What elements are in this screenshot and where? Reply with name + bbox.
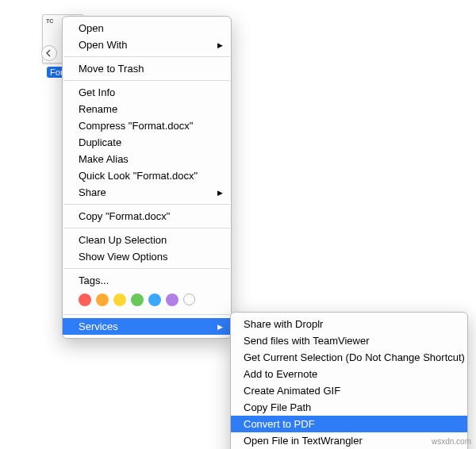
menu-clean-up[interactable]: Clean Up Selection	[63, 232, 231, 248]
menu-quick-look[interactable]: Quick Look "Format.docx"	[63, 167, 231, 184]
services-item[interactable]: Copy File Path	[231, 399, 467, 416]
desktop: TC Forma Open Open With Move to Trash Ge…	[0, 0, 476, 449]
services-item[interactable]: Send files with TeamViewer	[231, 332, 467, 349]
file-type-badge: TC	[46, 18, 53, 24]
services-item[interactable]: Get Current Selection (Do Not Change Sho…	[231, 349, 467, 366]
tags-color-row	[63, 289, 231, 311]
tag-dot[interactable]	[131, 294, 144, 306]
menu-separator	[63, 268, 230, 269]
menu-services[interactable]: Services	[63, 318, 231, 335]
menu-show-view-options[interactable]: Show View Options	[63, 248, 231, 265]
menu-separator	[63, 80, 230, 81]
tag-dot[interactable]	[79, 294, 91, 306]
menu-open-with[interactable]: Open With	[63, 36, 231, 53]
tag-dot[interactable]	[166, 294, 178, 306]
menu-duplicate[interactable]: Duplicate	[63, 134, 231, 151]
menu-open[interactable]: Open	[63, 20, 231, 36]
watermark: wsxdn.com	[432, 437, 471, 446]
file-arrow-icon	[41, 45, 57, 61]
menu-move-to-trash[interactable]: Move to Trash	[63, 60, 231, 77]
tag-dot-none[interactable]	[183, 294, 195, 305]
menu-separator	[63, 314, 230, 315]
services-item[interactable]: Add to Evernote	[231, 366, 467, 382]
menu-get-info[interactable]: Get Info	[63, 84, 231, 101]
services-item[interactable]: Share with Droplr	[231, 316, 467, 332]
context-menu: Open Open With Move to Trash Get Info Re…	[62, 16, 232, 339]
tag-dot[interactable]	[148, 294, 161, 306]
services-item[interactable]: Create Animated GIF	[231, 382, 467, 399]
menu-separator	[63, 228, 230, 228]
menu-rename[interactable]: Rename	[63, 101, 231, 117]
tag-dot[interactable]	[96, 294, 109, 306]
menu-separator	[63, 56, 230, 57]
menu-share[interactable]: Share	[63, 184, 231, 201]
services-item[interactable]: Convert to PDF	[231, 416, 467, 432]
menu-copy[interactable]: Copy "Format.docx"	[63, 208, 231, 224]
menu-tags[interactable]: Tags...	[63, 272, 231, 289]
services-submenu: Share with DroplrSend files with TeamVie…	[230, 312, 468, 449]
menu-make-alias[interactable]: Make Alias	[63, 151, 231, 167]
menu-compress[interactable]: Compress "Format.docx"	[63, 117, 231, 134]
tag-dot[interactable]	[113, 294, 126, 306]
menu-separator	[63, 204, 230, 205]
